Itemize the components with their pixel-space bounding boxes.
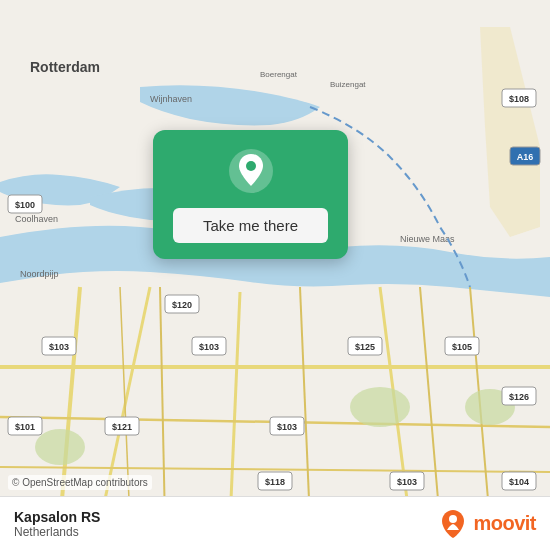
map-container: $100 $108 A16 $103 $103 $103 $103 $120 $… bbox=[0, 0, 550, 550]
svg-text:$105: $105 bbox=[452, 342, 472, 352]
svg-text:$121: $121 bbox=[112, 422, 132, 432]
moovit-icon bbox=[437, 508, 469, 540]
svg-text:A16: A16 bbox=[517, 152, 534, 162]
svg-text:Boerengat: Boerengat bbox=[260, 70, 298, 79]
svg-text:$118: $118 bbox=[265, 477, 285, 487]
take-me-there-button[interactable]: Take me there bbox=[173, 208, 328, 243]
svg-text:Coolhaven: Coolhaven bbox=[15, 214, 58, 224]
svg-text:$120: $120 bbox=[172, 300, 192, 310]
svg-text:$108: $108 bbox=[509, 94, 529, 104]
svg-text:Rotterdam: Rotterdam bbox=[30, 59, 100, 75]
location-country: Netherlands bbox=[14, 525, 100, 539]
map-pin-icon bbox=[228, 148, 274, 194]
svg-point-14 bbox=[35, 429, 85, 465]
svg-text:Wijnhaven: Wijnhaven bbox=[150, 94, 192, 104]
moovit-logo: moovit bbox=[437, 508, 536, 540]
svg-text:$103: $103 bbox=[397, 477, 417, 487]
svg-text:Noordpijp: Noordpijp bbox=[20, 269, 59, 279]
svg-text:$125: $125 bbox=[355, 342, 375, 352]
bottom-bar: Kapsalon RS Netherlands moovit bbox=[0, 496, 550, 550]
svg-point-13 bbox=[350, 387, 410, 427]
svg-text:$101: $101 bbox=[15, 422, 35, 432]
location-name: Kapsalon RS bbox=[14, 509, 100, 525]
svg-text:$104: $104 bbox=[509, 477, 529, 487]
location-info: Kapsalon RS Netherlands bbox=[14, 509, 100, 539]
svg-text:$100: $100 bbox=[15, 200, 35, 210]
svg-text:$103: $103 bbox=[199, 342, 219, 352]
svg-point-55 bbox=[449, 515, 457, 523]
svg-text:$103: $103 bbox=[277, 422, 297, 432]
moovit-text: moovit bbox=[473, 512, 536, 535]
location-card: Take me there bbox=[153, 130, 348, 259]
svg-point-54 bbox=[246, 161, 256, 171]
copyright-notice: © OpenStreetMap contributors bbox=[8, 475, 152, 490]
map-background: $100 $108 A16 $103 $103 $103 $103 $120 $… bbox=[0, 0, 550, 550]
svg-text:$103: $103 bbox=[49, 342, 69, 352]
svg-text:$126: $126 bbox=[509, 392, 529, 402]
svg-text:Buizengat: Buizengat bbox=[330, 80, 366, 89]
